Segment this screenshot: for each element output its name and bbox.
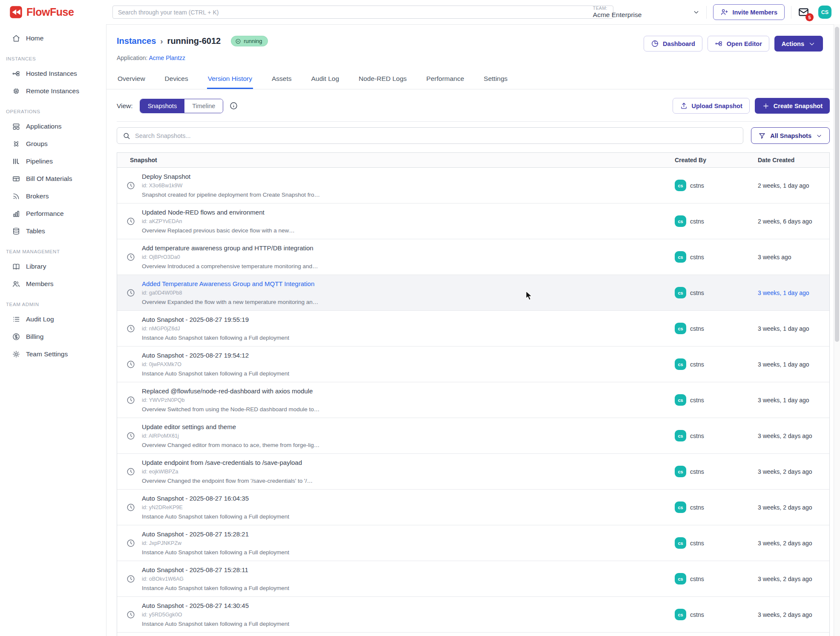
snapshot-id: id: YWVPzN0PQb — [142, 397, 319, 403]
table-row[interactable]: Auto Snapshot - 2025-08-27 15:28:11 id: … — [117, 561, 829, 597]
tab-overview[interactable]: Overview — [117, 71, 146, 89]
snapshot-filter-dropdown[interactable]: All Snapshots — [751, 127, 830, 144]
snapshot-title[interactable]: Updated Node-RED flows and environment — [142, 209, 295, 216]
snapshot-title[interactable]: Auto Snapshot - 2025-08-27 14:30:45 — [142, 602, 289, 609]
table-row[interactable]: Add temperature awareness group and HTTP… — [117, 239, 829, 275]
snapshot-title[interactable]: Update editor settings and theme — [142, 423, 319, 430]
sidebar-item-remote-instances[interactable]: Remote Instances — [0, 83, 106, 99]
sidebar-item-groups[interactable]: Groups — [0, 136, 106, 152]
sidebar-item-audit-log[interactable]: Audit Log — [0, 311, 106, 327]
author-name: cstns — [690, 218, 704, 225]
clock-icon — [126, 467, 135, 476]
open-editor-button[interactable]: Open Editor — [708, 36, 769, 52]
tables-icon — [12, 227, 20, 235]
snapshot-description: Overview Changed editor from monaco to a… — [142, 442, 319, 448]
sidebar-section-team-management: TEAM MANAGEMENT — [0, 241, 106, 258]
application-line: Application: Acme Plantzz — [117, 54, 823, 61]
clock-icon — [126, 288, 135, 298]
table-row[interactable]: Auto Snapshot - 2025-08-27 14:30:45 id: … — [117, 597, 829, 633]
actions-button[interactable]: Actions — [774, 36, 823, 52]
view-toggle: Snapshots Timeline — [140, 99, 224, 113]
sidebar-item-home[interactable]: Home — [0, 30, 106, 46]
scrollbar[interactable] — [834, 24, 840, 636]
snapshot-title[interactable]: Auto Snapshot - 2025-08-27 15:28:11 — [142, 566, 289, 573]
table-row[interactable]: Added Temperature Awareness Group and MQ… — [117, 275, 829, 311]
snapshot-title[interactable]: Replaced @flowfuse/node-red-dashboard wi… — [142, 387, 319, 395]
tab-performance[interactable]: Performance — [426, 71, 465, 89]
clock-icon — [126, 360, 135, 369]
sidebar-item-members[interactable]: Members — [0, 276, 106, 292]
author-name: cstns — [690, 397, 704, 404]
main-content: Instances › running-6012 running Dashboa… — [106, 24, 840, 636]
dashboard-button[interactable]: Dashboard — [644, 36, 702, 52]
tab-settings[interactable]: Settings — [483, 71, 509, 89]
tab-version-history[interactable]: Version History — [207, 71, 253, 89]
snapshot-title[interactable]: Deploy Snapshot — [142, 173, 320, 180]
snapshot-search-input[interactable] — [117, 127, 743, 144]
invite-members-button[interactable]: Invite Members — [713, 4, 785, 20]
table-row[interactable]: Auto Snapshot - 2025-08-27 16:04:35 id: … — [117, 490, 829, 525]
table-row[interactable]: Deploy Snapshot id: X3o6Bw1k9W Snapshot … — [117, 168, 829, 203]
sidebar-item-label: Performance — [26, 210, 64, 218]
avatar: cs — [675, 501, 686, 513]
table-row[interactable]: Auto Snapshot - 2025-08-27 19:54:12 id: … — [117, 347, 829, 382]
tab-assets[interactable]: Assets — [271, 71, 293, 89]
sidebar-item-hosted-instances[interactable]: Hosted Instances — [0, 66, 106, 82]
toggle-snapshots[interactable]: Snapshots — [140, 99, 185, 113]
snapshot-title[interactable]: Auto Snapshot - 2025-08-27 19:55:19 — [142, 316, 289, 323]
table-row[interactable]: Replaced @flowfuse/node-red-dashboard wi… — [117, 382, 829, 418]
tab-audit-log[interactable]: Audit Log — [311, 71, 340, 89]
snapshot-title[interactable]: Auto Snapshot - 2025-08-27 16:04:35 — [142, 495, 289, 502]
clock-icon — [126, 610, 135, 619]
snapshot-title[interactable]: Add temperature awareness group and HTTP… — [142, 244, 318, 252]
scrollbar-thumb[interactable] — [835, 27, 839, 342]
application-link[interactable]: Acme Plantzz — [149, 54, 186, 61]
audit-log-icon — [12, 315, 20, 324]
user-avatar[interactable]: CS — [818, 6, 831, 19]
table-row[interactable]: Updated Node-RED flows and environment i… — [117, 203, 829, 239]
clock-icon — [126, 539, 135, 548]
sidebar-section-instances: INSTANCES — [0, 48, 106, 66]
table-row[interactable]: Update editor settings and theme id: AlR… — [117, 418, 829, 454]
tab-devices[interactable]: Devices — [164, 71, 189, 89]
toggle-timeline[interactable]: Timeline — [184, 99, 223, 113]
clock-icon — [126, 181, 135, 190]
create-snapshot-button[interactable]: Create Snapshot — [755, 98, 830, 114]
snapshot-title[interactable]: Added Temperature Awareness Group and MQ… — [142, 280, 318, 287]
upload-snapshot-button[interactable]: Upload Snapshot — [673, 98, 750, 114]
flowfuse-logo[interactable]: FlowFuse — [9, 6, 74, 19]
team-selector[interactable]: TEAM: Acme Enterprise — [593, 6, 700, 19]
author-name: cstns — [690, 504, 704, 511]
table-row[interactable]: Auto Snapshot - 2025-08-27 19:55:19 id: … — [117, 311, 829, 347]
info-icon[interactable] — [229, 101, 238, 110]
clock-icon — [126, 217, 135, 226]
sidebar-item-pipelines[interactable]: Pipelines — [0, 153, 106, 169]
table-row[interactable]: Add HTTP endpoint for saving credentials… — [117, 633, 829, 636]
application-label: Application: — [117, 54, 147, 61]
sidebar-item-applications[interactable]: Applications — [0, 118, 106, 135]
snapshot-title[interactable]: Auto Snapshot - 2025-08-27 19:54:12 — [142, 352, 289, 359]
sidebar-item-performance[interactable]: Performance — [0, 206, 106, 222]
tabs: OverviewDevicesVersion HistoryAssetsAudi… — [106, 71, 840, 89]
tab-node-red-logs[interactable]: Node-RED Logs — [358, 71, 408, 89]
column-date-created: Date Created — [752, 153, 829, 167]
sidebar-item-label: Brokers — [26, 192, 49, 200]
sidebar-item-bill-of-materials[interactable]: Bill Of Materials — [0, 171, 106, 187]
sidebar-item-billing[interactable]: Billing — [0, 329, 106, 345]
sidebar-item-team-settings[interactable]: Team Settings — [0, 346, 106, 362]
create-snapshot-label: Create Snapshot — [774, 103, 823, 109]
table-header: Snapshot Created By Date Created — [117, 153, 829, 168]
sidebar-item-label: Team Settings — [26, 350, 68, 358]
snapshot-title[interactable]: Auto Snapshot - 2025-08-27 15:28:21 — [142, 530, 289, 538]
notifications-button[interactable]: 5 — [798, 6, 812, 18]
global-search-input[interactable] — [112, 6, 613, 19]
actions-label: Actions — [782, 40, 804, 47]
table-row[interactable]: Auto Snapshot - 2025-08-27 15:28:21 id: … — [117, 525, 829, 561]
snapshot-title[interactable]: Update endpoint from /save-credentials t… — [142, 459, 313, 466]
chevron-down-icon — [808, 40, 816, 48]
breadcrumb-instances-link[interactable]: Instances — [117, 36, 156, 46]
sidebar-item-tables[interactable]: Tables — [0, 223, 106, 239]
sidebar-item-brokers[interactable]: Brokers — [0, 188, 106, 204]
table-row[interactable]: Update endpoint from /save-credentials t… — [117, 454, 829, 490]
sidebar-item-library[interactable]: Library — [0, 258, 106, 275]
